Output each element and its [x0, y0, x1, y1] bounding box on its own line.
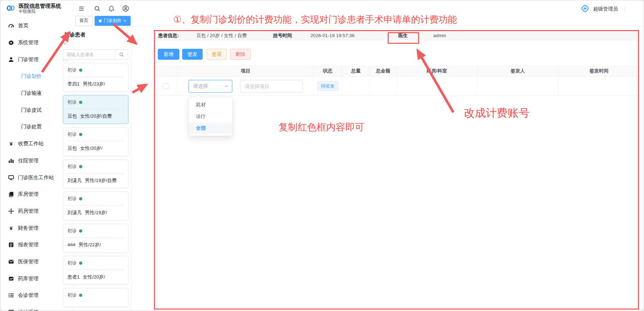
sidebar-item-insurance-mgmt[interactable]: 医保管理: [0, 253, 73, 270]
visit-type-label: 初诊: [67, 292, 77, 298]
divider: [67, 237, 124, 238]
dropdown-option-consumables[interactable]: 耗材: [189, 99, 232, 111]
patient-card[interactable]: 初诊 刘潇凡男性/19岁/自费: [63, 159, 129, 188]
patient-card[interactable]: 初诊 aaa男性/22岁/: [63, 224, 129, 253]
patient-card[interactable]: 初诊 患者1女性/20岁/: [63, 256, 129, 285]
sidebar-item-consultation-mgmt[interactable]: 会诊管理: [0, 287, 73, 304]
sidebar-item-finance-mgmt[interactable]: ¥ 财务管理: [0, 219, 73, 236]
patient-card-selected[interactable]: 初诊 豆包女性/20岁/自费: [63, 95, 129, 124]
tab-close-icon[interactable]: ×: [124, 18, 126, 23]
patient-name: 豆包: [67, 113, 77, 119]
tab-bar: 首页 门诊划价 ×: [73, 15, 644, 27]
sidebar-item-outpatient-infusion[interactable]: 门诊输液: [0, 85, 73, 102]
issue-button[interactable]: 签发: [182, 49, 203, 60]
move-cross-icon: [8, 208, 14, 214]
item-type-select[interactable]: 请选择: [189, 80, 232, 93]
panel-divider: [131, 26, 131, 311]
divider: [67, 141, 124, 141]
visit-type-label: 初诊: [67, 195, 77, 202]
account-menu[interactable]: 超级管理员: [580, 4, 625, 14]
active-tab-dot: [99, 19, 102, 22]
search-icon[interactable]: [93, 5, 101, 12]
sidebar-item-label: 药房管理: [18, 208, 38, 215]
user-circle-icon[interactable]: [122, 5, 130, 12]
patient-card[interactable]: 初诊 李四1男性/23岁/: [63, 63, 129, 92]
patient-info-label: 患者信息:: [158, 31, 179, 41]
sidebar-item-label: 财务管理: [18, 225, 38, 231]
sidebar-item-outpatient-mgmt[interactable]: 门诊管理: [0, 51, 73, 68]
visit-type-label: 初诊: [67, 131, 77, 137]
sidebar-item-label: 维护系统: [18, 309, 38, 311]
sidebar-item-system-mgmt[interactable]: 系统管理: [0, 34, 73, 51]
add-button[interactable]: 新增: [158, 49, 179, 60]
app-logo: 医院信息管理系统 中联医院: [5, 3, 61, 14]
item-search-input[interactable]: [240, 80, 303, 93]
patient-name: 刘潇凡: [67, 177, 82, 184]
tab-label: 首页: [79, 18, 88, 24]
dropdown-option-treatment[interactable]: 诊疗: [189, 111, 232, 122]
sidebar-item-inpatient-mgmt[interactable]: 住院管理: [0, 152, 73, 169]
dashboard-icon: [8, 23, 14, 29]
checkout-button[interactable]: 签退: [207, 49, 227, 60]
sidebar-item-charging-station[interactable]: ¥ 收费工作站: [0, 135, 73, 152]
visit-type-label: 初诊: [67, 67, 77, 73]
dropdown-option-all[interactable]: 全部: [189, 122, 232, 134]
report-file-icon: [8, 242, 14, 248]
mail-icon: [8, 259, 14, 265]
medical-diamond-icon: [580, 4, 590, 14]
row-checkbox[interactable]: [163, 83, 169, 89]
hospital-logo-icon: [5, 3, 16, 14]
visit-type-label: 初诊: [67, 99, 77, 105]
patient-info: 女性/20岁/: [83, 274, 105, 280]
image-icon: [8, 276, 14, 282]
patient-card[interactable]: 初诊: [63, 288, 129, 307]
divider: [67, 77, 124, 77]
chevron-down-icon: [62, 40, 67, 45]
sidebar-item-pharmacy-mgmt[interactable]: 药房管理: [0, 203, 73, 220]
table-row: 请选择 待签发: [155, 77, 639, 96]
patient-info: 男性/19岁/自费: [85, 177, 117, 184]
column-header-issue-time: 签发时间: [559, 65, 639, 76]
sidebar-item-doctor-workstation[interactable]: 门诊医生工作站: [0, 169, 73, 186]
patient-info: 女性/20岁/: [80, 145, 102, 152]
sidebar-item-label: 门诊管理: [18, 56, 38, 63]
patient-card[interactable]: 初诊 豆包女性/20岁/: [63, 127, 129, 156]
sidebar-item-label: 门诊医生工作站: [18, 174, 54, 181]
tab-outpatient-pricing[interactable]: 门诊划价 ×: [95, 16, 131, 26]
search-icon[interactable]: [115, 50, 128, 59]
patient-card[interactable]: 初诊 刘潇凡男性/19岁/: [63, 192, 129, 221]
sidebar-item-label: 库房管理: [18, 191, 38, 198]
arrow-to-patient-info: [113, 24, 136, 43]
status-dot: [79, 294, 82, 297]
status-dot: [79, 133, 82, 136]
sidebar-item-outpatient-pricing[interactable]: 门诊划价: [0, 68, 73, 85]
yen-icon: ¥: [8, 141, 14, 147]
sidebar-item-outpatient-treatment[interactable]: 门诊处置: [0, 118, 73, 135]
patient-panel-title: 就诊患者: [64, 31, 85, 38]
sidebar-item-outpatient-skin-test[interactable]: 门诊皮试: [0, 101, 73, 118]
sidebar-item-maintenance-system[interactable]: 维护系统: [0, 304, 73, 311]
table-header: 项目 状态 总量 总金额 药房/科室 签发人 签发时间: [155, 65, 639, 77]
patient-list: 初诊 李四1男性/23岁/ 初诊 豆包女性/20岁/自费 初诊 豆包女性/20岁…: [63, 63, 129, 310]
patient-search-input[interactable]: [64, 50, 115, 59]
sidebar-item-storeroom-mgmt[interactable]: 库房管理: [0, 186, 73, 203]
arrow-to-table-row: [132, 85, 146, 93]
column-header-pharmacy-dept: 药房/科室: [396, 65, 477, 76]
menu-fold-icon[interactable]: [77, 5, 85, 12]
column-header-issuer: 签发人: [477, 65, 559, 76]
patient-info-value: 豆包 / 20岁 / 女性 / 自费: [196, 31, 247, 41]
sidebar-item-report-mgmt[interactable]: 报表管理: [0, 236, 73, 253]
doctor-label: 医生: [398, 31, 408, 41]
hospital-information-system-window: 医院信息管理系统 中联医院 首页 系统管理 门诊管理 门诊划价: [0, 0, 644, 311]
sidebar-item-drug-store-mgmt[interactable]: 药库管理: [0, 270, 73, 287]
status-dot: [79, 101, 82, 104]
tab-home[interactable]: 首页: [75, 16, 93, 26]
patient-search-box: [63, 49, 128, 60]
sidebar-item-label: 门诊划价: [21, 73, 42, 80]
divider: [67, 270, 124, 270]
delete-button[interactable]: 删除: [230, 49, 251, 60]
bell-icon[interactable]: [107, 5, 115, 12]
app-title: 医院信息管理系统: [19, 3, 61, 9]
sidebar-item-home[interactable]: 首页: [0, 17, 73, 34]
sidebar-item-label: 会诊管理: [18, 292, 38, 299]
